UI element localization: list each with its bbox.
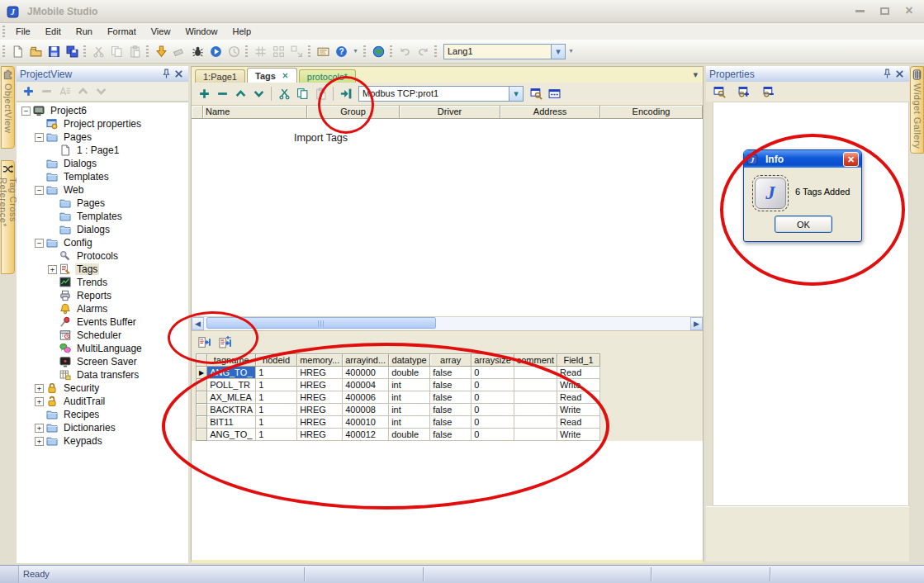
tree-item-keypads[interactable]: + Keypads <box>17 434 188 448</box>
column-header-address[interactable]: Address <box>500 106 600 119</box>
tree-item-audittrail[interactable]: + AuditTrail <box>17 395 188 408</box>
tree-item-protocols[interactable]: Protocols <box>17 249 188 263</box>
tree-expander-plus[interactable]: + <box>35 397 44 406</box>
cell[interactable]: false <box>430 404 471 416</box>
column-header-encoding[interactable]: Encoding <box>600 106 703 119</box>
copy-button[interactable] <box>293 85 311 103</box>
right-tab-widget-gallery[interactable]: Widget Gallery <box>910 66 924 154</box>
tab-tags[interactable]: Tags <box>247 68 297 83</box>
tree-expander-plus[interactable]: + <box>35 424 44 433</box>
open-project-button[interactable] <box>26 42 45 60</box>
protocol-select[interactable]: Modbus TCP:prot1 ▾ <box>358 86 524 102</box>
window-layout-button[interactable] <box>545 85 563 103</box>
cell[interactable]: HREG <box>297 379 343 391</box>
info-dialog-titlebar[interactable]: J Info ✕ <box>744 150 861 168</box>
globe-button[interactable] <box>369 42 387 60</box>
tree-item-web[interactable]: − Web <box>17 183 188 197</box>
add-button[interactable] <box>19 83 37 101</box>
cell[interactable]: double <box>389 367 430 379</box>
close-icon[interactable] <box>893 68 906 80</box>
tree-item-screen-saver[interactable]: Screen Saver <box>17 355 188 368</box>
stop-button[interactable] <box>225 42 243 60</box>
scroll-left-icon[interactable]: ◀ <box>192 317 204 330</box>
add-button[interactable] <box>195 85 213 103</box>
cell[interactable]: false <box>430 416 471 429</box>
close-button[interactable]: × <box>903 5 916 17</box>
save-button[interactable] <box>45 42 63 60</box>
tree-expander-plus[interactable]: + <box>35 437 44 446</box>
tree-expander-plus[interactable]: + <box>35 384 44 393</box>
tree-item-project-properties[interactable]: Project properties <box>17 117 188 130</box>
close-icon[interactable] <box>173 68 185 80</box>
debug-button[interactable] <box>188 42 206 60</box>
move-up-button[interactable] <box>231 85 249 103</box>
row-selector[interactable] <box>197 379 207 391</box>
column-header-arraysize[interactable]: arraysize <box>471 354 514 367</box>
toolbar-overflow-icon[interactable]: ▾ <box>350 42 361 60</box>
left-tab-tag-cross-reference[interactable]: Tag Cross Reference* <box>1 160 15 274</box>
cell[interactable]: 400008 <box>343 404 389 416</box>
cell[interactable]: 0 <box>471 416 514 429</box>
tree-item-templates[interactable]: Templates <box>17 170 188 183</box>
tags-grid-body[interactable]: Import Tags <box>192 119 703 316</box>
cell[interactable]: double <box>389 429 430 441</box>
cell[interactable]: 400006 <box>343 391 389 404</box>
minimize-button[interactable] <box>853 5 866 17</box>
tab-list-chevron-icon[interactable]: ▾ <box>693 69 698 80</box>
cell[interactable]: int <box>389 391 430 404</box>
tree-item-recipes[interactable]: Recipes <box>17 408 188 421</box>
tree-expander-minus[interactable]: − <box>21 107 31 116</box>
maximize-button[interactable] <box>878 5 891 17</box>
tree-item-alarms[interactable]: Alarms <box>17 302 188 315</box>
tree-item-dialogs[interactable]: Dialogs <box>17 223 188 236</box>
cell[interactable]: HREG <box>297 429 343 441</box>
tree-expander-minus[interactable]: − <box>35 186 44 195</box>
language-select[interactable]: Lang1 ▾ <box>443 44 566 59</box>
cell[interactable]: false <box>430 429 471 441</box>
copy-button[interactable] <box>107 42 126 60</box>
column-header-nodeid[interactable]: nodeid <box>256 354 297 367</box>
download-to-target-button[interactable] <box>152 42 170 60</box>
left-tab-objectview[interactable]: ObjectView <box>1 66 15 149</box>
cell[interactable]: ANG_TO_ <box>207 429 256 441</box>
cell[interactable]: 0 <box>471 367 514 379</box>
column-header-group[interactable]: Group <box>307 106 400 119</box>
undo-button[interactable] <box>396 42 414 60</box>
cell[interactable]: AX_MLEA <box>207 391 256 404</box>
cell[interactable]: 0 <box>471 391 514 404</box>
cell[interactable] <box>514 391 557 404</box>
tree-item-dictionaries[interactable]: + Dictionaries <box>17 421 188 434</box>
row-selector[interactable] <box>197 404 207 416</box>
dialog-close-icon[interactable]: ✕ <box>843 152 859 167</box>
menu-run[interactable]: Run <box>69 25 100 38</box>
cut-button[interactable] <box>275 85 293 103</box>
cell[interactable]: 1 <box>256 367 297 379</box>
chevron-down-icon[interactable]: ▾ <box>551 45 565 59</box>
show-grid-button[interactable] <box>251 42 269 60</box>
cell[interactable]: ANG_TO_ <box>207 367 256 379</box>
cell[interactable] <box>514 416 557 429</box>
cell[interactable]: POLL_TR <box>207 379 256 391</box>
cell[interactable]: HREG <box>297 391 343 404</box>
row-selector[interactable]: ▶ <box>197 367 207 379</box>
import-tags-button[interactable] <box>337 85 355 103</box>
tree-item-templates[interactable]: Templates <box>17 210 188 223</box>
tree-item-project6[interactable]: − Project6 <box>17 104 188 117</box>
cell[interactable]: BIT11 <box>207 416 256 429</box>
cell[interactable]: 1 <box>256 391 297 404</box>
tab-protocols[interactable]: protocols* <box>299 69 356 83</box>
remove-button[interactable] <box>213 85 231 103</box>
cell[interactable]: Write <box>557 429 600 441</box>
cell[interactable]: Read <box>557 416 600 429</box>
save-all-button[interactable] <box>63 42 81 60</box>
find-tag-button[interactable] <box>527 85 545 103</box>
tree-item-multilanguage[interactable]: MultiLanguage <box>17 342 188 355</box>
new-document-button[interactable] <box>8 42 26 60</box>
paste-button[interactable] <box>126 42 144 60</box>
ok-button[interactable]: OK <box>775 216 832 233</box>
cell[interactable]: int <box>389 404 430 416</box>
cut-button[interactable] <box>89 42 107 60</box>
paste-button[interactable] <box>311 85 329 103</box>
menu-edit[interactable]: Edit <box>38 25 69 38</box>
column-header-arrayind[interactable]: arrayind... <box>343 354 389 367</box>
